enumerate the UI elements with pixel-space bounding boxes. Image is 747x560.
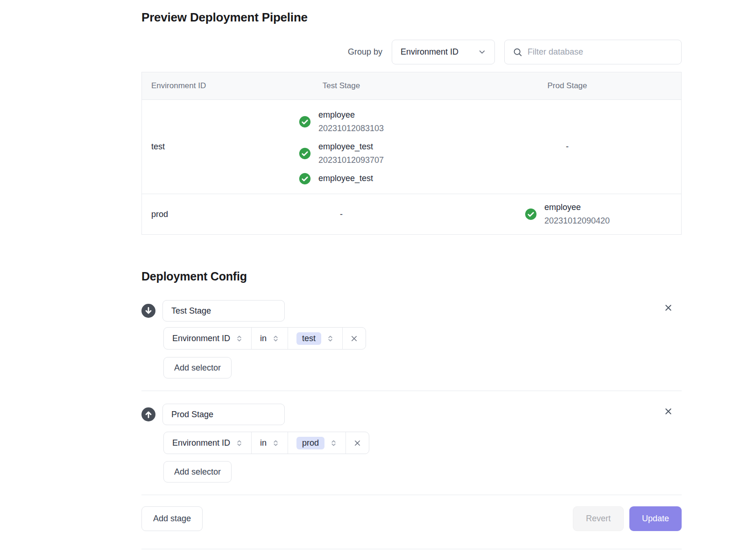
stage-name-input[interactable] bbox=[162, 300, 285, 322]
remove-selector-button[interactable] bbox=[345, 432, 369, 454]
selector-key-select[interactable]: Environment ID bbox=[164, 432, 251, 454]
remove-stage-button[interactable] bbox=[662, 405, 675, 418]
footer-actions: Add stage Revert Update bbox=[141, 506, 682, 531]
selector-key-select[interactable]: Environment ID bbox=[164, 328, 251, 349]
chevron-up-down-icon bbox=[272, 335, 279, 342]
database-version: 20231012093707 bbox=[318, 154, 384, 167]
selector-value-tag: test bbox=[296, 332, 321, 345]
column-header-prod-stage: Prod Stage bbox=[453, 81, 681, 91]
check-circle-icon bbox=[299, 116, 311, 128]
chevron-up-down-icon bbox=[272, 440, 279, 447]
empty-stage-dash: - bbox=[340, 210, 343, 219]
selector-group: Environment ID in prod bbox=[163, 432, 369, 454]
group-by-select[interactable]: Environment ID bbox=[392, 40, 495, 64]
stage-divider bbox=[141, 391, 682, 391]
group-by-label: Group by bbox=[348, 47, 382, 57]
selector-operator-value: in bbox=[260, 334, 267, 343]
environment-cell: test bbox=[142, 142, 229, 152]
stage-name-input[interactable] bbox=[162, 404, 285, 425]
search-icon bbox=[513, 47, 522, 57]
remove-selector-button[interactable] bbox=[342, 328, 366, 349]
chevron-up-down-icon bbox=[236, 335, 243, 342]
environment-cell: prod bbox=[142, 210, 229, 219]
selector-key-value: Environment ID bbox=[172, 334, 230, 343]
column-header-environment-id: Environment ID bbox=[142, 81, 229, 91]
check-circle-icon bbox=[299, 173, 311, 185]
database-version: 20231012083103 bbox=[318, 122, 384, 135]
check-circle-icon bbox=[299, 147, 311, 160]
table-row: prod - employee 20231012090420 bbox=[142, 194, 681, 234]
filter-database-box bbox=[504, 40, 682, 64]
deployment-config-title: Deployment Config bbox=[141, 269, 682, 283]
deployment-pipeline-table: Environment ID Test Stage Prod Stage tes… bbox=[141, 72, 682, 235]
task-item: employee 20231012083103 bbox=[299, 108, 384, 135]
prod-stage-cell: - bbox=[453, 142, 681, 152]
selector-operator-select[interactable]: in bbox=[251, 432, 288, 454]
chevron-down-icon bbox=[478, 48, 486, 56]
arrow-down-circle-icon bbox=[141, 304, 155, 318]
database-name: employee bbox=[544, 201, 610, 214]
database-name: employee_test bbox=[318, 140, 384, 154]
chevron-up-down-icon bbox=[327, 335, 334, 342]
close-icon bbox=[663, 411, 673, 418]
selector-group: Environment ID in test bbox=[163, 327, 366, 350]
close-icon bbox=[353, 439, 362, 448]
filter-database-input[interactable] bbox=[528, 47, 673, 57]
database-version: 20231012090420 bbox=[544, 214, 610, 228]
close-icon bbox=[350, 334, 359, 343]
table-row: test employee 20231012083103 bbox=[142, 100, 681, 194]
prod-stage-cell: employee 20231012090420 bbox=[453, 194, 681, 234]
stage-config-test bbox=[141, 300, 682, 322]
stage-config-prod bbox=[141, 404, 682, 425]
database-name: employee_test bbox=[318, 172, 373, 185]
pipeline-toolbar: Group by Environment ID bbox=[141, 40, 682, 64]
empty-stage-dash: - bbox=[566, 142, 569, 152]
add-selector-button[interactable]: Add selector bbox=[163, 357, 232, 378]
task-item: employee_test bbox=[299, 172, 373, 185]
remove-stage-button[interactable] bbox=[662, 301, 675, 315]
main-content: Preview Deployment Pipeline Group by Env… bbox=[141, 0, 682, 549]
selector-value-tag: prod bbox=[296, 437, 324, 449]
page-title: Preview Deployment Pipeline bbox=[141, 10, 682, 24]
check-circle-icon bbox=[525, 208, 537, 220]
selector-key-value: Environment ID bbox=[172, 438, 230, 448]
database-name: employee bbox=[318, 108, 384, 122]
selector-value-select[interactable]: test bbox=[288, 328, 342, 349]
chevron-up-down-icon bbox=[236, 440, 243, 447]
column-header-test-stage: Test Stage bbox=[229, 81, 453, 91]
selector-row: Environment ID in prod bbox=[163, 432, 682, 454]
group-by-value: Environment ID bbox=[401, 47, 458, 57]
selector-value-select[interactable]: prod bbox=[288, 432, 345, 454]
update-button[interactable]: Update bbox=[629, 506, 682, 531]
task-item: employee_test 20231012093707 bbox=[299, 140, 384, 167]
bottom-divider bbox=[141, 549, 682, 549]
add-stage-button[interactable]: Add stage bbox=[141, 506, 203, 531]
revert-button[interactable]: Revert bbox=[573, 506, 624, 531]
footer-divider bbox=[141, 495, 682, 495]
selector-row: Environment ID in test bbox=[163, 327, 682, 350]
chevron-up-down-icon bbox=[330, 440, 337, 447]
add-selector-button[interactable]: Add selector bbox=[163, 461, 232, 483]
selector-operator-select[interactable]: in bbox=[251, 328, 288, 349]
close-icon bbox=[663, 307, 673, 314]
task-item: employee 20231012090420 bbox=[525, 201, 610, 228]
table-header-row: Environment ID Test Stage Prod Stage bbox=[142, 72, 681, 100]
test-stage-cell: - bbox=[229, 210, 453, 219]
selector-operator-value: in bbox=[260, 438, 267, 448]
arrow-up-circle-icon bbox=[141, 407, 155, 421]
test-stage-cell: employee 20231012083103 employee_test 20… bbox=[229, 102, 453, 192]
